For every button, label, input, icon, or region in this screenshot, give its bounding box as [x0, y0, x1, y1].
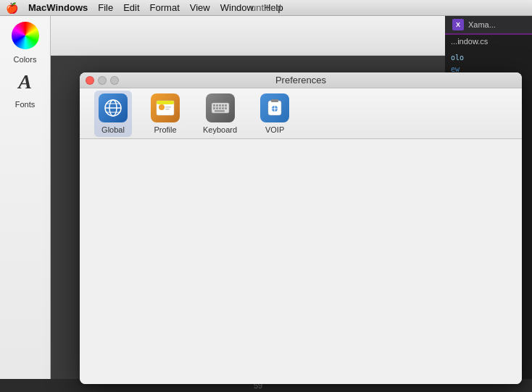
menu-format[interactable]: Format [150, 2, 180, 13]
svg-rect-19 [216, 104, 218, 107]
svg-rect-27 [225, 107, 227, 109]
color-wheel-icon[interactable] [12, 22, 39, 49]
toolbar-item-voip[interactable]: VOIP [256, 91, 294, 137]
dialog-titlebar: Preferences [80, 72, 522, 88]
svg-rect-21 [222, 104, 224, 107]
apple-menu[interactable]: 🍎 [6, 2, 18, 14]
svg-rect-14 [157, 101, 174, 104]
menu-file[interactable]: File [98, 2, 113, 13]
keyboard-icon [206, 93, 235, 122]
maximize-button[interactable] [110, 76, 119, 85]
profile-label: Profile [154, 125, 176, 134]
toolbar-item-global[interactable]: Global [94, 91, 132, 137]
dialog-content [80, 139, 522, 384]
svg-rect-28 [215, 110, 225, 112]
svg-point-13 [159, 104, 165, 110]
svg-rect-24 [216, 107, 218, 109]
global-label: Global [101, 125, 125, 134]
colors-label: Colors [14, 55, 37, 64]
keyboard-label: Keyboard [203, 125, 237, 134]
minimize-button[interactable] [98, 76, 107, 85]
menu-edit[interactable]: Edit [123, 2, 139, 13]
svg-rect-16 [165, 109, 170, 110]
svg-rect-22 [225, 104, 227, 107]
svg-rect-20 [219, 104, 221, 107]
close-button[interactable] [86, 76, 94, 85]
svg-rect-25 [219, 107, 221, 109]
code-line-1: olo [451, 52, 526, 64]
dialog-traffic-lights [86, 76, 119, 85]
xamarin-icon: X [452, 19, 464, 30]
toolbar-item-keyboard[interactable]: Keyboard [199, 91, 241, 137]
svg-rect-26 [222, 107, 224, 109]
colors-panel: Colors A Fonts [0, 16, 51, 392]
svg-rect-23 [213, 107, 215, 109]
global-icon [99, 93, 128, 122]
svg-rect-30 [271, 99, 278, 102]
dialog-toolbar: Global Profile [80, 88, 522, 139]
menu-bar: 🍎 MacWindows File Edit Format View Windo… [0, 0, 532, 16]
xamarin-file-tab[interactable]: ...indow.cs [445, 33, 532, 48]
preferences-dialog: Preferences Global [80, 72, 522, 384]
profile-icon [151, 93, 180, 122]
xamarin-tab-label: Xama... [468, 20, 496, 29]
voip-icon [260, 93, 289, 122]
menu-view[interactable]: View [190, 2, 210, 13]
toolbar-item-profile[interactable]: Profile [146, 91, 184, 137]
svg-rect-15 [165, 107, 171, 108]
window-title: untitled [251, 2, 281, 13]
fonts-label: Fonts [15, 100, 36, 109]
xamarin-tab[interactable]: X Xama... [445, 16, 532, 33]
menu-window[interactable]: Window [220, 2, 254, 13]
fonts-icon[interactable]: A [12, 68, 39, 96]
svg-rect-18 [213, 104, 215, 107]
dialog-title: Preferences [275, 75, 326, 86]
voip-label: VOIP [265, 125, 284, 134]
menu-macwindows[interactable]: MacWindows [28, 2, 88, 13]
